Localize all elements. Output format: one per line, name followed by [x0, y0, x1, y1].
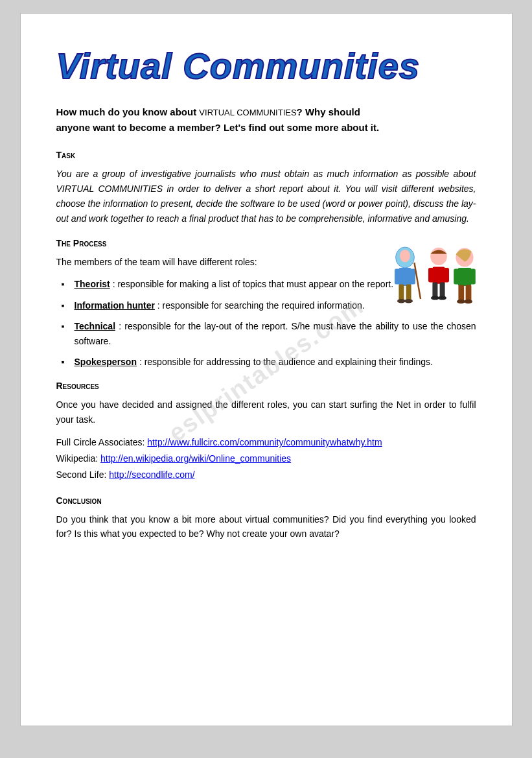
secondlife-link[interactable]: http://secondlife.com/ [109, 469, 194, 480]
link-item-secondlife: Second Life: http://secondlife.com/ [56, 467, 476, 483]
page: eslprintables.com Virtual Communities Ho… [20, 13, 513, 726]
conclusion-body: Do you think that you know a bit more ab… [56, 512, 476, 541]
intro-question1: ? Why [297, 106, 329, 117]
task-body: You are a group of investigative journal… [56, 167, 476, 226]
intro-line2: anyone want to become a member? Let's fi… [56, 122, 380, 133]
list-item: Theorist : responsible for making a list… [68, 277, 476, 291]
role-hunter-desc: : responsible for searching the required… [157, 300, 365, 311]
link-item-wikipedia: Wikipedia: http://en.wikipedia.org/wiki/… [56, 451, 476, 467]
list-item: Technical : responsible for the lay-out … [68, 319, 476, 348]
intro-about: about [170, 106, 199, 117]
resources-heading: Resources [56, 381, 476, 391]
roles-list: Theorist : responsible for making a list… [56, 277, 476, 369]
intro-paragraph: How much do you know about VIRTUAL COMMU… [56, 104, 476, 136]
secondlife-label: Second Life: [56, 469, 110, 480]
process-section: The Process [56, 238, 476, 369]
fullcirc-label: Full Circle Associates: [56, 437, 148, 447]
wikipedia-link[interactable]: http://en.wikipedia.org/wiki/Online_comm… [100, 453, 291, 464]
role-theorist-term: Theorist [75, 279, 110, 289]
resources-section: Resources Once you have decided and assi… [56, 381, 476, 483]
role-spokesperson-term: Spokesperson [75, 357, 137, 367]
resources-body: Once you have decided and assigned the d… [56, 397, 476, 427]
task-heading: Task [56, 150, 476, 160]
conclusion-section: Conclusion Do you think that you know a … [56, 495, 476, 541]
list-item: Information hunter : responsible for sea… [68, 298, 476, 313]
page-title: Virtual Communities [56, 46, 420, 86]
role-spokesperson-desc: : responsible for addressing to the audi… [139, 357, 433, 367]
title-block: Virtual Communities [56, 46, 476, 86]
intro-should: should [329, 106, 360, 117]
role-theorist-desc: : responsible for making a list of topic… [113, 279, 393, 289]
fullcirc-link[interactable]: http://www.fullcirc.com/community/commun… [147, 437, 382, 447]
wikipedia-label: Wikipedia: [56, 453, 100, 464]
role-hunter-term: Information hunter [75, 300, 155, 311]
intro-virtual-communities: VIRTUAL COMMUNITIES [199, 108, 296, 117]
intro-text-bold: How much do you know [56, 106, 170, 117]
task-section: Task You are a group of investigative jo… [56, 150, 476, 226]
conclusion-heading: Conclusion [56, 495, 476, 506]
svg-point-1 [400, 250, 410, 262]
list-item: Spokesperson : responsible for addressin… [68, 355, 476, 369]
resources-links: Full Circle Associates: http://www.fullc… [56, 434, 476, 484]
role-technical-desc: : responsible for the lay-out of the rep… [75, 321, 476, 346]
role-technical-term: Technical [75, 321, 116, 331]
link-item-fullcirc: Full Circle Associates: http://www.fullc… [56, 434, 476, 451]
